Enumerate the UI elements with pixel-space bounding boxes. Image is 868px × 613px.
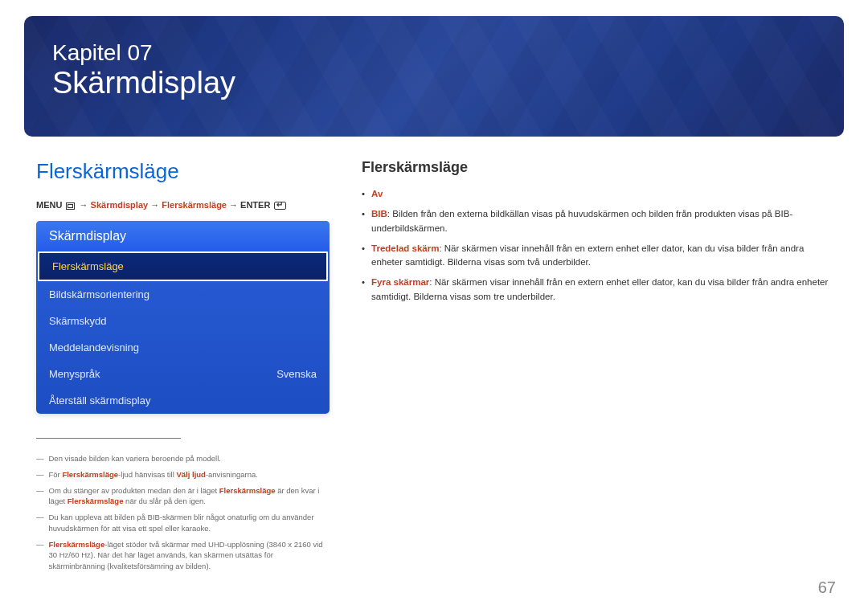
footnote-text: För Flerskärmsläge-ljud hänvisas till Vä… [49,469,258,480]
osd-menu-item-label: Menyspråk [49,368,100,380]
osd-menu-item[interactable]: Bildskärmsorientering [36,281,330,308]
bullet-item: • Av [362,187,836,201]
menu-breadcrumb: MENU → Skärmdisplay → Flerskärmsläge → E… [36,200,330,210]
bullet-seg: : Bilden från den externa bildkällan vis… [371,209,792,232]
osd-menu-item-value: Svenska [276,368,317,380]
footnote-hl: Välj ljud [176,470,205,479]
dash-icon: ― [36,469,44,480]
arrow-icon: → [229,200,238,210]
bullet-text: Fyra skärmar: När skärmen visar innehåll… [371,276,836,304]
bullet-hl: BIB [371,209,387,219]
footnote-seg: Om du stänger av produkten medan den är … [49,486,219,495]
footnotes: ― Den visade bilden kan variera beroende… [36,453,330,572]
osd-menu-item[interactable]: Meddelandevisning [36,334,330,361]
bullet-list: • Av • BIB: Bilden från den externa bild… [362,187,836,304]
osd-menu-item-label: Bildskärmsorientering [49,288,149,300]
footnote-text: Den visade bilden kan variera beroende p… [49,453,221,464]
osd-menu-item-selected[interactable]: Flerskärmsläge [38,251,328,281]
osd-menu-item[interactable]: Skärmskydd [36,308,330,334]
body: Flerskärmsläge MENU → Skärmdisplay → Fle… [24,159,844,577]
bullet-text: BIB: Bilden från den externa bildkällan … [371,207,836,235]
arrow-icon: → [150,200,159,210]
page-number: 67 [818,578,836,597]
bullet-icon: • [362,207,365,235]
breadcrumb-p1: Skärmdisplay [91,200,149,210]
osd-menu-item-label: Återställ skärmdisplay [49,394,150,407]
osd-menu-title: Skärmdisplay [36,221,330,251]
dash-icon: ― [36,539,44,572]
bullet-seg: : När skärmen visar innehåll från en ext… [371,277,828,300]
footnote-text: Du kan uppleva att bilden på BIB-skärmen… [49,512,330,534]
footnote: ― Du kan uppleva att bilden på BIB-skärm… [36,512,330,534]
bullet-hl: Fyra skärmar [371,277,429,287]
footnote-seg: när du slår på den igen. [123,497,205,505]
enter-icon [274,202,286,210]
chapter-label: Kapitel 07 [52,40,816,66]
footnote: ― Den visade bilden kan variera beroende… [36,453,330,464]
footnote: ― För Flerskärmsläge-ljud hänvisas till … [36,469,330,480]
footnote-hl: Flerskärmsläge [219,486,276,495]
section-heading: Flerskärmsläge [36,159,330,184]
bullet-hl: Av [371,189,383,198]
osd-menu-item-label: Meddelandevisning [49,341,139,353]
bullet-icon: • [362,187,365,201]
bullet-item: • BIB: Bilden från den externa bildkälla… [362,207,836,235]
footnote-seg: För [49,470,63,479]
dash-icon: ― [36,512,44,534]
footnote-text: Om du stänger av produkten medan den är … [49,485,330,508]
footnote-hl: Flerskärmsläge [68,497,124,505]
breadcrumb-menu: MENU [36,200,62,210]
dash-icon: ― [36,485,44,508]
chapter-title: Skärmdisplay [52,66,816,100]
osd-menu-panel: Skärmdisplay Flerskärmsläge Bildskärmsor… [36,221,330,414]
footnote-text: Flerskärmsläge-läget stöder två skärmar … [49,539,330,572]
dash-icon: ― [36,453,44,464]
bullet-item: • Fyra skärmar: När skärmen visar innehå… [362,276,836,304]
bullet-icon: • [362,242,365,270]
osd-menu-item-label: Flerskärmsläge [52,260,124,272]
bullet-text: Tredelad skärm: När skärmen visar innehå… [371,242,836,270]
breadcrumb-p2: Flerskärmsläge [162,200,227,210]
subsection-heading: Flerskärmsläge [362,159,836,176]
bullet-icon: • [362,276,365,304]
breadcrumb-enter: ENTER [240,200,270,210]
footnote: ― Flerskärmsläge-läget stöder två skärma… [36,539,330,572]
arrow-icon: → [80,200,88,210]
bullet-text: Av [371,187,383,201]
left-column: Flerskärmsläge MENU → Skärmdisplay → Fle… [36,159,330,577]
footnote-hl: Flerskärmsläge [62,470,118,479]
footnote-seg: -anvisningarna. [206,470,258,479]
bullet-hl: Tredelad skärm [371,243,439,253]
osd-menu-item[interactable]: Menyspråk Svenska [36,361,330,387]
page: Kapitel 07 Skärmdisplay Flerskärmsläge M… [0,0,868,613]
osd-menu-item[interactable]: Återställ skärmdisplay [36,387,330,414]
right-column: Flerskärmsläge • Av • BIB: Bilden från d… [362,159,836,577]
chapter-hero: Kapitel 07 Skärmdisplay [24,16,844,137]
footnote-seg: -ljud hänvisas till [118,470,176,479]
footnote-hl: Flerskärmsläge [49,540,105,549]
footnote: ― Om du stänger av produkten medan den ä… [36,485,330,508]
bullet-item: • Tredelad skärm: När skärmen visar inne… [362,242,836,270]
menu-icon [66,202,75,210]
footnote-separator [36,438,181,439]
osd-menu-item-label: Skärmskydd [49,315,107,327]
